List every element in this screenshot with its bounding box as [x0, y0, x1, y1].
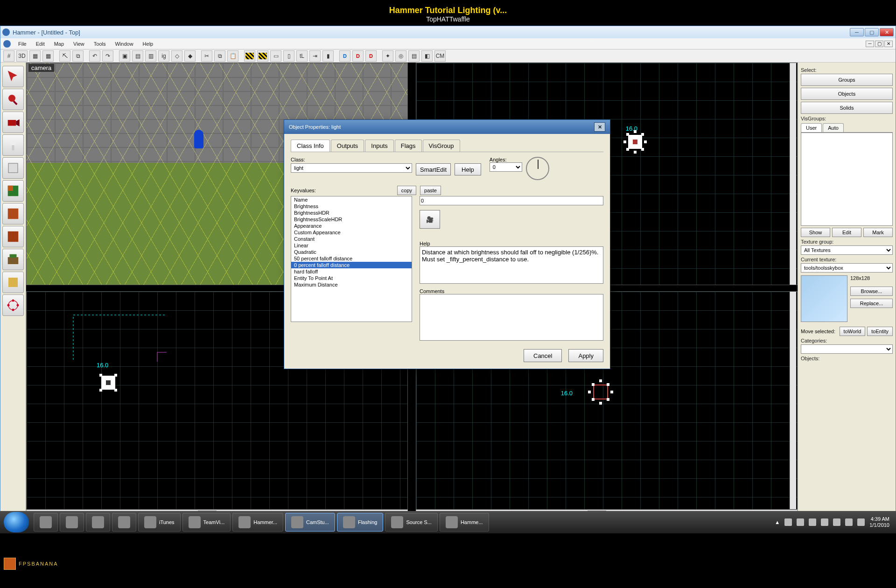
entity-handles[interactable]	[614, 121, 656, 163]
grid3-icon[interactable]: ▦	[42, 50, 54, 62]
edit-button[interactable]: Edit	[832, 228, 861, 237]
tl-icon[interactable]: tL	[296, 50, 308, 62]
keyvalue-item[interactable]: Linear	[291, 242, 412, 249]
system-tray[interactable]: ▲ 4:39 AM 1/1/2010	[775, 516, 896, 528]
cut-icon[interactable]: ✂	[201, 50, 212, 62]
taskbar-item[interactable]	[60, 513, 84, 532]
help-button[interactable]: Help	[455, 163, 481, 175]
tray-icon[interactable]	[833, 518, 840, 526]
angles-select[interactable]: 0	[490, 162, 522, 172]
keyvalue-list[interactable]: NameBrightnessBrightnessHDRBrightnessSca…	[291, 196, 412, 322]
taskbar-item[interactable]	[112, 513, 136, 532]
tl2-icon[interactable]: ⇥	[309, 50, 321, 62]
overlay-tool[interactable]	[2, 249, 24, 270]
haz1-icon[interactable]	[244, 50, 255, 62]
curtex-select[interactable]: tools/toolsskybox	[801, 263, 893, 273]
clock[interactable]: 4:39 AM 1/1/2010	[869, 516, 889, 528]
tab-visgroup[interactable]: VisGroup	[423, 140, 460, 152]
taskbar-item[interactable]: Source S...	[385, 513, 437, 532]
solids-button[interactable]: Solids	[801, 102, 893, 114]
paste-button[interactable]: paste	[420, 186, 441, 195]
taskbar-item[interactable]: iTunes	[138, 513, 181, 532]
volume-icon[interactable]	[857, 518, 865, 526]
undo-icon[interactable]: ↶	[89, 50, 100, 62]
camera-tool[interactable]	[2, 112, 24, 133]
pick-camera-button[interactable]: 🎥	[420, 210, 440, 229]
keyvalue-item[interactable]: Brightness	[291, 203, 412, 210]
misc3-icon[interactable]: ▤	[408, 50, 420, 62]
menu-file[interactable]: File	[14, 40, 31, 48]
misc2-icon[interactable]: ◎	[395, 50, 406, 62]
tab-outputs[interactable]: Outputs	[331, 140, 364, 152]
groups-button[interactable]: Groups	[801, 74, 893, 86]
keyvalue-item[interactable]: BrightnessScaleHDR	[291, 216, 412, 223]
value-input[interactable]	[420, 196, 603, 205]
entity-tool[interactable]	[2, 134, 24, 156]
ent3-icon[interactable]: ▥	[145, 50, 156, 62]
group-icon[interactable]: ⧉	[72, 50, 84, 62]
sel2-icon[interactable]: ▯	[283, 50, 294, 62]
close-button[interactable]: ✕	[880, 28, 894, 36]
tray-icon[interactable]	[809, 518, 816, 526]
redo-icon[interactable]: ↷	[102, 50, 113, 62]
scrollbar-v2[interactable]	[790, 292, 796, 509]
menu-view[interactable]: View	[69, 40, 89, 48]
taskbar-item[interactable]: CamStu...	[285, 513, 335, 532]
start-button[interactable]	[4, 512, 29, 532]
ig-icon[interactable]: ig	[158, 50, 169, 62]
toworld-button[interactable]: toWorld	[840, 327, 866, 336]
dw-icon[interactable]: D	[352, 50, 364, 62]
mdi-max[interactable]: ▢	[875, 41, 883, 47]
comments-textarea[interactable]	[420, 294, 603, 341]
class-select[interactable]: light	[291, 163, 412, 173]
tab-classinfo[interactable]: Class Info	[291, 140, 330, 152]
taskbar-item[interactable]: Flashing	[337, 513, 384, 532]
magnify-tool[interactable]	[2, 89, 24, 110]
mdi-close[interactable]: ✕	[884, 41, 893, 47]
carve-icon[interactable]: ⛏	[59, 50, 70, 62]
maximize-button[interactable]: ▢	[865, 28, 879, 36]
entity-handles-2[interactable]	[87, 362, 129, 404]
menu-edit[interactable]: Edit	[31, 40, 49, 48]
taskbar-item[interactable]: TeamVi...	[182, 513, 231, 532]
minimize-button[interactable]: ─	[850, 28, 864, 36]
texture-tool[interactable]	[2, 180, 24, 202]
decal-tool[interactable]	[2, 226, 24, 247]
vertex-tool[interactable]	[2, 294, 24, 316]
clip-tool[interactable]	[2, 272, 24, 293]
toentity-button[interactable]: toEntity	[867, 327, 893, 336]
dialog-titlebar[interactable]: Object Properties: light ✕	[284, 120, 610, 134]
entity-handles-3[interactable]	[575, 366, 626, 418]
tray-icon[interactable]	[797, 518, 804, 526]
categories-select[interactable]	[801, 344, 893, 354]
keyvalue-item[interactable]: Entity To Point At	[291, 275, 412, 281]
taskbar-item[interactable]	[34, 513, 58, 532]
grid2-icon[interactable]: ▦	[29, 50, 41, 62]
haz2-icon[interactable]	[257, 50, 268, 62]
apply-tool[interactable]	[2, 203, 24, 224]
brush-icon[interactable]: ◇	[171, 50, 182, 62]
tab-user[interactable]: User	[801, 123, 822, 132]
keyvalue-item[interactable]: 0 percent falloff distance	[291, 262, 412, 268]
paste-icon[interactable]: 📋	[227, 50, 238, 62]
pointer-tool[interactable]	[2, 66, 24, 87]
keyvalue-item[interactable]: hard falloff	[291, 268, 412, 275]
block-tool[interactable]	[2, 157, 24, 179]
smartedit-button[interactable]: SmartEdit	[416, 163, 451, 175]
sel1-icon[interactable]: ▭	[270, 50, 281, 62]
tray-icon[interactable]	[821, 518, 828, 526]
keyvalue-item[interactable]: Name	[291, 196, 412, 203]
taskbar-item[interactable]: Hamme...	[440, 513, 489, 532]
keyvalue-item[interactable]: Custom Appearance	[291, 229, 412, 236]
keyvalue-item[interactable]: BrightnessHDR	[291, 210, 412, 216]
tray-icon[interactable]	[784, 518, 792, 526]
misc4-icon[interactable]: ◧	[421, 50, 433, 62]
dd-icon[interactable]: D	[339, 50, 350, 62]
keyvalue-item[interactable]: 50 percent falloff distance	[291, 255, 412, 262]
3d-icon[interactable]: 3D	[16, 50, 28, 62]
angle-compass[interactable]	[526, 157, 549, 180]
cm-icon[interactable]: CM	[434, 50, 446, 62]
tray-icon[interactable]	[845, 518, 853, 526]
keyvalue-item[interactable]: Appearance	[291, 223, 412, 229]
tab-flags[interactable]: Flags	[395, 140, 422, 152]
